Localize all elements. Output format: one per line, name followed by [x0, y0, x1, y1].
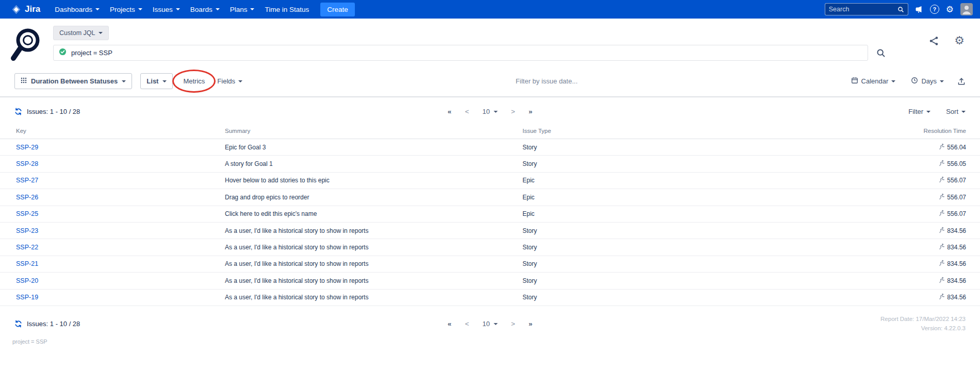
table-row[interactable]: SSP-23 As a user, I'd like a historical … — [0, 223, 980, 239]
table-row[interactable]: SSP-20 As a user, I'd like a historical … — [0, 273, 980, 289]
create-button[interactable]: Create — [320, 3, 355, 16]
export-icon[interactable] — [957, 77, 966, 86]
table-row[interactable]: SSP-19 As a user, I'd like a historical … — [0, 290, 980, 306]
refresh-icon[interactable] — [14, 108, 22, 115]
jql-input[interactable] — [53, 45, 868, 61]
issue-key-cell: SSP-19 — [16, 294, 225, 301]
table-row[interactable]: SSP-21 As a user, I'd like a historical … — [0, 256, 980, 273]
resolution-time-value: 556.07 — [947, 210, 966, 217]
issue-summary-cell: As a user, I'd like a historical story t… — [225, 260, 522, 267]
query-section: Custom JQL ⚙ — [0, 19, 980, 67]
issue-date-filter-input[interactable] — [485, 77, 609, 85]
issue-type-cell: Story — [522, 244, 873, 251]
announcement-icon[interactable] — [915, 5, 923, 13]
pagination-top: « < 10 > » — [448, 108, 532, 115]
view-dropdown[interactable]: List — [140, 73, 173, 89]
issue-key-cell: SSP-20 — [16, 277, 225, 284]
refresh-icon[interactable] — [14, 320, 22, 328]
avatar[interactable] — [960, 3, 973, 15]
nav-search[interactable] — [825, 3, 908, 15]
settings-icon[interactable]: ⚙ — [946, 5, 954, 14]
resolution-time-cell: 834.56 — [873, 277, 966, 285]
jql-mode-dropdown[interactable]: Custom JQL — [53, 26, 109, 40]
table-row[interactable]: SSP-25 Click here to edit this epic's na… — [0, 206, 980, 223]
issue-key-link[interactable]: SSP-28 — [16, 160, 38, 167]
table-header: Key Summary Issue Type Resolution Time — [0, 128, 980, 139]
issue-key-link[interactable]: SSP-21 — [16, 260, 38, 267]
nav-item-label: Plans — [230, 6, 248, 13]
issue-key-link[interactable]: SSP-29 — [16, 144, 38, 151]
time-unit-dropdown[interactable]: Days — [909, 74, 946, 89]
table-body: SSP-29 Epic for Goal 3 Story 556.04 SSP-… — [0, 139, 980, 306]
pagination-first-button[interactable]: « — [448, 108, 452, 115]
table-row[interactable]: SSP-26 Drag and drop epics to reorder Ep… — [0, 189, 980, 206]
nav-item-label: Time in Status — [265, 6, 309, 13]
report-settings-icon[interactable]: ⚙ — [954, 35, 965, 46]
pagination-last-button[interactable]: » — [529, 320, 533, 328]
calendar-icon — [851, 77, 858, 86]
pagination-last-button[interactable]: » — [529, 108, 533, 115]
pagination-prev-button[interactable]: < — [465, 108, 469, 115]
page-size-dropdown[interactable]: 10 — [482, 320, 497, 328]
resolution-time-value: 556.07 — [947, 177, 966, 184]
report-toolbar: Duration Between Statuses List Metrics F… — [0, 67, 980, 96]
column-header-key[interactable]: Key — [16, 128, 225, 134]
sort-dropdown[interactable]: Sort — [946, 108, 966, 115]
report-type-dropdown[interactable]: Duration Between Statuses — [14, 73, 132, 89]
nav-item-label: Dashboards — [55, 6, 92, 13]
help-icon[interactable]: ? — [930, 5, 939, 14]
clock-icon — [911, 77, 918, 86]
jira-logo-icon — [11, 5, 21, 14]
calendar-dropdown[interactable]: Calendar — [849, 74, 898, 89]
table-row[interactable]: SSP-27 Hover below to add stories to thi… — [0, 173, 980, 189]
table-row[interactable]: SSP-22 As a user, I'd like a historical … — [0, 239, 980, 256]
search-icon[interactable] — [897, 6, 904, 13]
issue-key-link[interactable]: SSP-22 — [16, 244, 38, 251]
column-header-summary[interactable]: Summary — [225, 128, 522, 134]
share-icon[interactable] — [929, 36, 939, 46]
issue-key-link[interactable]: SSP-23 — [16, 227, 38, 234]
nav-item-boards[interactable]: Boards — [185, 0, 225, 19]
nav-item-time-in-status[interactable]: Time in Status — [259, 0, 314, 19]
page-size-dropdown[interactable]: 10 — [482, 108, 497, 115]
filter-dropdown[interactable]: Filter — [908, 108, 930, 115]
column-header-resolution-time[interactable]: Resolution Time — [873, 128, 966, 134]
pagination-first-button[interactable]: « — [448, 320, 452, 328]
fields-label: Fields — [217, 77, 235, 85]
jira-logo-text: Jira — [25, 4, 40, 14]
issue-key-link[interactable]: SSP-19 — [16, 294, 38, 301]
page-size-value: 10 — [482, 108, 489, 115]
nav-search-input[interactable] — [829, 6, 894, 13]
column-header-issue-type[interactable]: Issue Type — [522, 128, 873, 134]
issue-summary-cell: As a user, I'd like a historical story t… — [225, 227, 522, 234]
issue-type-cell: Epic — [522, 210, 873, 217]
magnifier-logo — [9, 27, 40, 66]
issues-count-group: Issues: 1 - 10 / 28 — [14, 108, 448, 115]
pagination-next-button[interactable]: > — [511, 108, 515, 115]
pagination-next-button[interactable]: > — [511, 320, 515, 328]
fields-dropdown[interactable]: Fields — [215, 74, 244, 88]
issue-key-link[interactable]: SSP-27 — [16, 177, 38, 184]
table-row[interactable]: SSP-29 Epic for Goal 3 Story 556.04 — [0, 139, 980, 156]
metrics-button[interactable]: Metrics — [181, 74, 207, 88]
issue-summary-cell: Drag and drop epics to reorder — [225, 194, 522, 201]
jql-row — [53, 45, 966, 61]
jira-logo[interactable]: Jira — [7, 4, 44, 14]
resolution-time-cell: 556.05 — [873, 160, 966, 168]
nav-item-projects[interactable]: Projects — [105, 0, 148, 19]
jql-input-field[interactable] — [71, 49, 862, 57]
chevron-down-icon — [926, 111, 930, 113]
page-size-value: 10 — [482, 320, 489, 328]
issue-key-link[interactable]: SSP-26 — [16, 194, 38, 201]
resolution-time-cell: 834.56 — [873, 260, 966, 268]
nav-item-plans[interactable]: Plans — [225, 0, 260, 19]
nav-item-dashboards[interactable]: Dashboards — [50, 0, 105, 19]
nav-item-issues[interactable]: Issues — [148, 0, 185, 19]
issue-key-link[interactable]: SSP-20 — [16, 277, 38, 284]
resolution-time-value: 556.07 — [947, 194, 966, 201]
chevron-down-icon — [95, 8, 100, 10]
issue-key-link[interactable]: SSP-25 — [16, 210, 38, 217]
table-row[interactable]: SSP-28 A story for Goal 1 Story 556.05 — [0, 156, 980, 172]
pagination-prev-button[interactable]: < — [465, 320, 469, 328]
run-search-icon[interactable] — [876, 48, 886, 58]
